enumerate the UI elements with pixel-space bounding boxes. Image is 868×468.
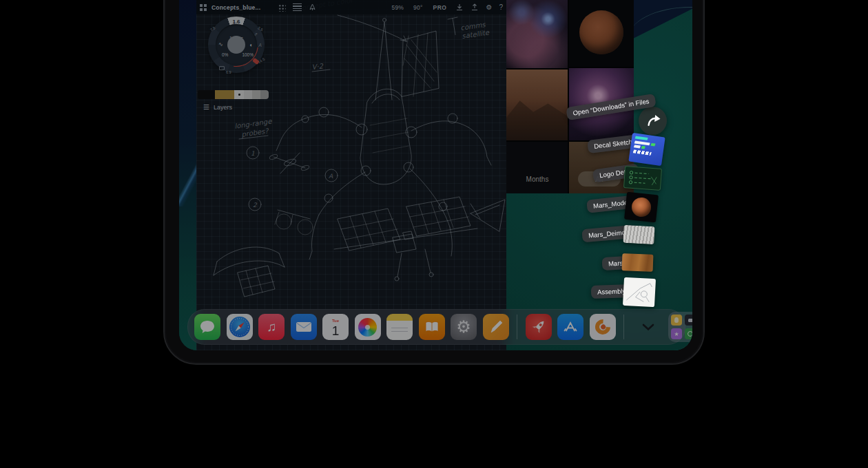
drag-thumb-mars[interactable] [622,253,654,272]
ipad-screen: concept to color comms satellite V·2 lon… [179,0,692,350]
drag-thumb-mars-deimos[interactable] [623,225,654,244]
assembly-sketch [623,277,656,307]
drag-thumb-decal-sketches[interactable] [628,133,665,166]
drag-layer: Open “Downloads” in Files Decal Sketches… [179,0,692,350]
drag-thumb-logo-detail[interactable] [623,166,662,191]
forward-arrow-icon [644,112,662,130]
logo-detail-sketch [624,167,661,190]
drag-thumb-assembly[interactable] [623,277,656,307]
stage: concept to color comms satellite V·2 lon… [0,0,868,468]
drag-share-button[interactable] [639,107,667,135]
drag-thumb-mars-model[interactable] [624,192,659,223]
